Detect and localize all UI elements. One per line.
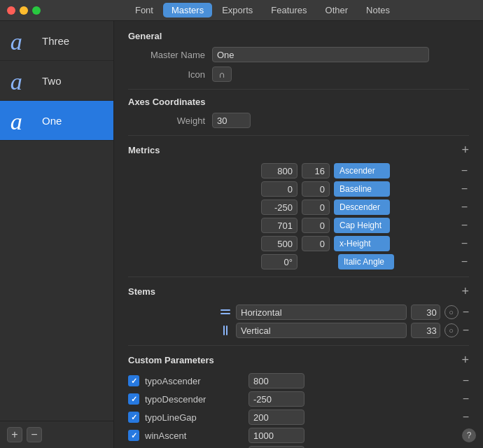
metric-remove-button[interactable]: − (461, 219, 469, 232)
horizontal-stem-name[interactable] (236, 304, 407, 320)
maximize-button[interactable] (32, 6, 41, 15)
param-checkbox[interactable]: ✓ (128, 393, 139, 405)
tab-bar: Font Masters Exports Features Other Note… (49, 3, 476, 18)
param-name: typoAscender (145, 376, 243, 386)
stems-add-button[interactable]: + (461, 284, 469, 299)
metric-value1-input[interactable] (261, 163, 298, 178)
icon-preview: ∩ (212, 66, 232, 82)
metrics-header: Metrics (128, 145, 461, 155)
axes-section: Axes Coordinates Weight (128, 97, 469, 128)
param-value-input[interactable] (248, 391, 304, 407)
param-name: typoLineGap (145, 412, 243, 423)
tab-font[interactable]: Font (127, 3, 162, 18)
horizontal-stem-circle[interactable]: ○ (444, 305, 458, 319)
vertical-stem-circle[interactable]: ○ (444, 323, 458, 337)
tab-features[interactable]: Features (262, 3, 315, 18)
horizontal-stem-icon (219, 307, 232, 318)
custom-param-row: ✓typoLineGap− (128, 410, 469, 425)
param-remove-button[interactable]: − (463, 374, 469, 387)
metric-remove-button[interactable]: − (461, 164, 469, 177)
param-remove-button[interactable]: − (463, 411, 469, 424)
tab-masters[interactable]: Masters (163, 3, 212, 18)
traffic-lights (7, 6, 41, 15)
sidebar-bottom: + − (0, 421, 113, 448)
sidebar-item-two[interactable]: a Two (0, 61, 113, 101)
param-checkbox[interactable]: ✓ (128, 412, 139, 423)
stem-row: ○− (128, 323, 469, 338)
metric-value1-input[interactable] (261, 254, 298, 270)
sidebar-item-label-one: One (42, 115, 62, 127)
metric-value1-input[interactable] (261, 200, 298, 215)
metric-remove-button[interactable]: − (461, 237, 469, 250)
glyph-icon-two: a (7, 66, 35, 94)
weight-row: Weight (128, 113, 469, 128)
metrics-add-button[interactable]: + (461, 143, 469, 158)
metric-value2-input[interactable] (302, 236, 330, 251)
svg-rect-3 (220, 309, 230, 311)
metric-remove-button[interactable]: − (461, 183, 469, 195)
metric-row: Descender− (128, 200, 469, 215)
metric-tag: Cap Height (334, 218, 390, 233)
metric-tag: Descender (334, 200, 390, 215)
weight-label: Weight (128, 115, 205, 126)
glyph-icon-one: a (7, 106, 35, 134)
sidebar-item-three[interactable]: a Three (0, 21, 113, 61)
remove-master-button[interactable]: − (27, 427, 42, 442)
custom-param-row: ✓winAscent− (128, 428, 469, 443)
help-button[interactable]: ? (462, 428, 476, 442)
stems-rows: ○−○− (128, 304, 469, 338)
param-checkbox[interactable]: ✓ (128, 375, 139, 386)
master-name-row: Master Name (128, 47, 469, 62)
custom-params-rows: ✓typoAscender−✓typoDescender−✓typoLineGa… (128, 373, 469, 448)
add-master-button[interactable]: + (7, 427, 22, 442)
metric-value2-input[interactable] (302, 218, 330, 233)
stem-remove-button[interactable]: − (463, 324, 469, 337)
main-layout: a Three a Two a One + (0, 21, 483, 448)
metric-value2-input[interactable] (302, 200, 330, 215)
param-value-input[interactable] (248, 428, 304, 443)
close-button[interactable] (7, 6, 15, 15)
metric-remove-button[interactable]: − (461, 255, 469, 268)
metric-value2-input[interactable] (302, 181, 330, 197)
param-value-input[interactable] (248, 373, 304, 388)
metric-remove-button[interactable]: − (461, 201, 469, 214)
master-name-input[interactable] (212, 47, 429, 62)
metrics-rows: Ascender−Baseline−Descender−Cap Height−x… (128, 163, 469, 270)
horizontal-stem-value[interactable] (411, 304, 440, 320)
metric-value2-input[interactable] (302, 163, 330, 178)
vertical-stem-icon (219, 325, 232, 336)
stem-row: ○− (128, 304, 469, 320)
sidebar-item-label-two: Two (42, 75, 62, 87)
metric-value1-input[interactable] (261, 218, 298, 233)
svg-text:a: a (10, 69, 22, 94)
sidebar: a Three a Two a One + (0, 21, 114, 448)
custom-param-row: ✓typoAscender− (128, 373, 469, 388)
metric-row: Ascender− (128, 163, 469, 178)
minimize-button[interactable] (20, 6, 28, 15)
metric-value1-input[interactable] (261, 236, 298, 251)
general-section: General Master Name Icon ∩ (128, 31, 469, 82)
custom-params-header: Custom Parameters (128, 355, 461, 365)
param-checkbox[interactable]: ✓ (128, 430, 139, 441)
metric-row: x-Height− (128, 236, 469, 251)
stem-remove-button[interactable]: − (463, 306, 469, 318)
metric-tag: Italic Angle (338, 254, 394, 270)
sidebar-item-one[interactable]: a One (0, 101, 113, 141)
param-name: typoDescender (145, 394, 243, 405)
vertical-stem-value[interactable] (411, 323, 440, 338)
weight-input[interactable] (212, 113, 251, 128)
param-remove-button[interactable]: − (463, 393, 469, 405)
tab-notes[interactable]: Notes (358, 3, 398, 18)
custom-params-add-button[interactable]: + (461, 353, 469, 368)
axes-header: Axes Coordinates (128, 97, 469, 107)
metric-tag: Baseline (334, 181, 390, 197)
master-name-label: Master Name (128, 50, 205, 60)
param-value-input[interactable] (248, 410, 304, 425)
vertical-stem-name[interactable] (236, 323, 407, 338)
custom-params-section: Custom Parameters + ✓typoAscender−✓typoD… (128, 353, 469, 448)
tab-exports[interactable]: Exports (214, 3, 261, 18)
tab-other[interactable]: Other (317, 3, 357, 18)
svg-rect-6 (226, 326, 227, 335)
metric-value1-input[interactable] (261, 181, 298, 197)
metric-row: Cap Height− (128, 218, 469, 233)
